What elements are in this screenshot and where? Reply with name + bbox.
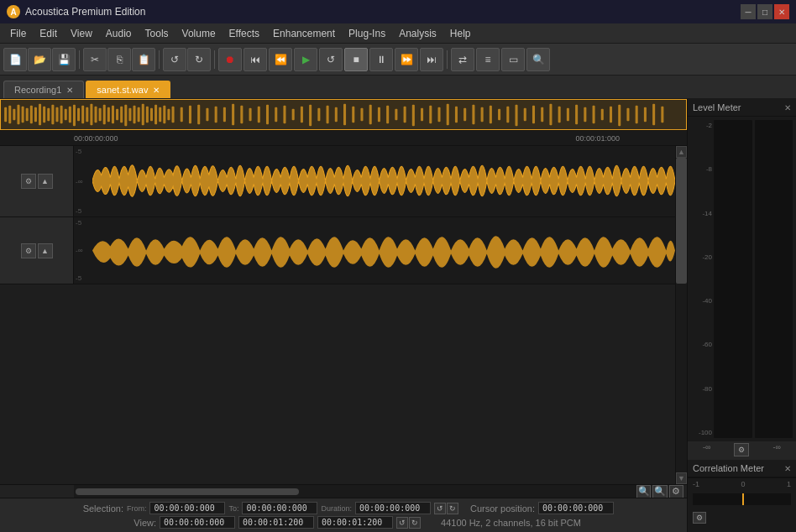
track-1-settings-icon[interactable]: ⚙: [21, 174, 36, 189]
vertical-scrollbar[interactable]: ▲ ▼: [675, 146, 687, 484]
menu-edit[interactable]: Edit: [33, 26, 64, 41]
menu-analysis[interactable]: Analysis: [392, 26, 443, 41]
svg-rect-44: [197, 105, 200, 124]
cursor-input[interactable]: [538, 502, 614, 514]
view-to-input[interactable]: [238, 516, 314, 529]
svg-rect-67: [395, 109, 397, 121]
next-button[interactable]: ⏩: [395, 48, 418, 71]
track-1-arrow-icon[interactable]: ▲: [38, 174, 53, 189]
stop-button[interactable]: ■: [344, 48, 368, 71]
svg-rect-3: [8, 106, 11, 123]
track-1-waveform[interactable]: -5 -∞ -5 // Generated via CSS tricks bel…: [74, 146, 675, 216]
selection-duration-input[interactable]: [355, 502, 431, 514]
menu-volume[interactable]: Volume: [175, 26, 223, 41]
zoom-out-btn[interactable]: 🔍: [652, 485, 667, 498]
duration-label: Duration:: [321, 504, 352, 513]
ruler-left-time: 00:00:00:000: [74, 134, 118, 143]
track-2-arrow-icon[interactable]: ▲: [38, 243, 53, 258]
vscroll-down-btn[interactable]: ▼: [676, 472, 687, 484]
svg-rect-28: [116, 109, 118, 121]
svg-rect-36: [150, 108, 153, 122]
goto-end-button[interactable]: ⏭: [420, 48, 443, 71]
menu-tools[interactable]: Tools: [139, 26, 175, 41]
prev-button[interactable]: ⏪: [269, 48, 292, 71]
close-button[interactable]: ✕: [774, 4, 789, 19]
svg-rect-74: [455, 107, 458, 123]
goto-start-button[interactable]: ⏮: [244, 48, 267, 71]
hscroll-thumb[interactable]: [76, 488, 299, 495]
play-button[interactable]: ▶: [294, 48, 317, 71]
select-tool[interactable]: ▭: [501, 48, 525, 71]
svg-rect-57: [309, 105, 312, 126]
menu-plugins[interactable]: Plug-Ins: [342, 26, 392, 41]
tracks-area: ⚙ ▲ -5 -∞ -5: [0, 146, 687, 484]
menu-audio[interactable]: Audio: [99, 26, 139, 41]
corr-settings-btn[interactable]: ⚙: [693, 512, 706, 524]
level-meter-display: -2 -8 -14 -20 -40 -60 -80 -100: [688, 117, 796, 441]
horizontal-scrollbar-row: 🔍 🔍 ⚙: [0, 484, 687, 498]
tab-recording1[interactable]: Recording1 ✕: [3, 81, 84, 98]
svg-rect-70: [421, 108, 423, 122]
zoom-in-btn[interactable]: 🔍: [636, 485, 651, 498]
view-rewind-btn[interactable]: ↺: [396, 517, 408, 529]
svg-rect-75: [463, 108, 466, 122]
svg-rect-76: [472, 105, 474, 124]
tab-sanet-close[interactable]: ✕: [153, 86, 160, 95]
save-button[interactable]: 💾: [52, 48, 76, 71]
meter-settings-btn[interactable]: ⚙: [734, 443, 749, 456]
tab-recording1-close[interactable]: ✕: [66, 86, 73, 95]
minimize-button[interactable]: ─: [741, 4, 756, 19]
menu-effects[interactable]: Effects: [223, 26, 266, 41]
correlation-meter-display: -1 0 1 ⚙: [688, 477, 796, 532]
open-button[interactable]: 📂: [28, 48, 51, 71]
menu-view[interactable]: View: [64, 26, 99, 41]
meter-right-label: -∞: [773, 443, 781, 456]
vscroll-thumb[interactable]: [676, 158, 687, 472]
sel-rewind-btn[interactable]: ↺: [434, 503, 446, 514]
overview-waveform[interactable]: [0, 99, 687, 131]
vscroll-up-btn[interactable]: ▲: [676, 146, 687, 158]
scale-minus20: -20: [691, 253, 712, 261]
redo-button[interactable]: ↻: [187, 48, 211, 71]
correlation-meter-close[interactable]: ✕: [784, 464, 791, 473]
record-button[interactable]: ⏺: [218, 48, 242, 71]
horizontal-scrollbar[interactable]: [74, 485, 636, 498]
track-2-settings-icon[interactable]: ⚙: [21, 243, 36, 258]
menu-file[interactable]: File: [3, 26, 33, 41]
cut-button[interactable]: ✂: [83, 48, 107, 71]
svg-rect-8: [30, 106, 33, 123]
fit-btn[interactable]: ⚙: [669, 485, 683, 498]
svg-rect-92: [610, 107, 612, 123]
track-2-waveform[interactable]: -5 -∞ -5: [74, 217, 675, 284]
track-row-2: ⚙ ▲ -5 -∞ -5: [0, 217, 675, 284]
view-forward-btn[interactable]: ↻: [409, 517, 421, 529]
loop-button[interactable]: ↺: [319, 48, 343, 71]
view-duration-input[interactable]: [317, 516, 393, 529]
svg-rect-72: [437, 107, 440, 123]
level-meter-close[interactable]: ✕: [784, 103, 791, 112]
svg-rect-27: [112, 106, 114, 123]
selection-from-input[interactable]: [149, 502, 225, 514]
svg-rect-41: [172, 107, 175, 123]
copy-button[interactable]: ⎘: [107, 48, 131, 71]
undo-button[interactable]: ↺: [163, 48, 186, 71]
pause-button[interactable]: ⏸: [369, 48, 393, 71]
level-meter-header: Level Meter ✕: [688, 99, 796, 117]
tab-sanet-label: sanet.st.wav: [97, 85, 148, 95]
menu-enhancement[interactable]: Enhancement: [266, 26, 342, 41]
zoom-tool[interactable]: 🔍: [526, 48, 550, 71]
track-view-btn[interactable]: ≡: [476, 48, 500, 71]
paste-button[interactable]: 📋: [132, 48, 155, 71]
timeline-ruler[interactable]: 00:00:00:000 00:00:01:000: [0, 131, 687, 146]
tab-sanet[interactable]: sanet.st.wav ✕: [86, 81, 170, 98]
sel-forward-btn[interactable]: ↻: [447, 503, 458, 514]
selection-to-input[interactable]: [242, 502, 317, 514]
loop-toggle[interactable]: ⇄: [451, 48, 474, 71]
maximize-button[interactable]: □: [757, 4, 772, 19]
view-from-input[interactable]: [160, 516, 235, 529]
toolbar: 📄 📂 💾 ✂ ⎘ 📋 ↺ ↻ ⏺ ⏮ ⏪ ▶ ↺ ■ ⏸ ⏩ ⏭ ⇄ ≡ ▭ …: [0, 44, 796, 76]
svg-rect-40: [167, 109, 170, 121]
new-button[interactable]: 📄: [3, 48, 27, 71]
menu-help[interactable]: Help: [443, 26, 478, 41]
svg-rect-96: [644, 107, 647, 123]
